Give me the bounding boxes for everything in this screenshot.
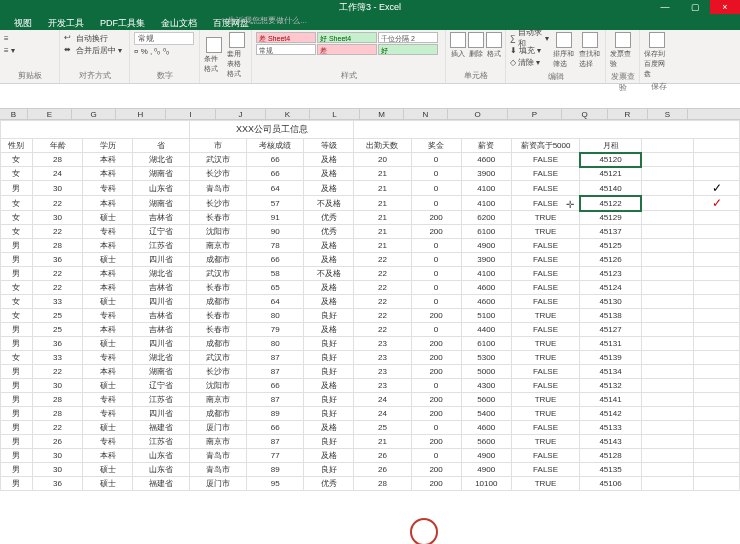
cell[interactable]: 45142 xyxy=(580,407,642,421)
header-cell[interactable]: 薪资 xyxy=(461,139,511,153)
cell[interactable]: 45130 xyxy=(580,295,642,309)
cell[interactable]: 及格 xyxy=(304,295,354,309)
cell[interactable]: 江苏省 xyxy=(133,393,190,407)
col-header[interactable]: O xyxy=(448,109,508,119)
cell[interactable] xyxy=(694,281,740,295)
cell[interactable]: 专科 xyxy=(83,309,133,323)
cell[interactable]: 本科 xyxy=(83,239,133,253)
cell[interactable] xyxy=(694,463,740,477)
cell[interactable]: 45122 xyxy=(580,196,642,211)
cell[interactable]: 湖北省 xyxy=(133,351,190,365)
cell[interactable]: 23 xyxy=(354,379,411,393)
cell[interactable]: 200 xyxy=(411,351,461,365)
cell[interactable]: 21 xyxy=(354,435,411,449)
cell[interactable]: 男 xyxy=(1,393,33,407)
cell[interactable]: 及格 xyxy=(304,153,354,167)
cell[interactable] xyxy=(694,323,740,337)
cell[interactable]: 湖南省 xyxy=(133,365,190,379)
cell[interactable]: 南京市 xyxy=(190,239,247,253)
cell[interactable]: 3900 xyxy=(461,253,511,267)
col-header[interactable]: R xyxy=(608,109,648,119)
cell[interactable] xyxy=(694,365,740,379)
cell[interactable]: 男 xyxy=(1,337,33,351)
style-thousand-sep[interactable]: 千位分隔 2 xyxy=(378,32,438,43)
cell[interactable]: 0 xyxy=(411,167,461,181)
cell-styles-gallery[interactable]: 差 Sheet4 好 Sheet4 千位分隔 2 常规 差 好 xyxy=(256,32,446,55)
cell[interactable] xyxy=(641,365,693,379)
cell[interactable]: 22 xyxy=(32,196,82,211)
style-good[interactable]: 好 xyxy=(378,44,438,55)
cell[interactable]: 10100 xyxy=(461,477,511,491)
cell[interactable]: TRUE xyxy=(511,309,579,323)
style-bad-sheet4[interactable]: 差 Sheet4 xyxy=(256,32,316,43)
cell[interactable] xyxy=(641,167,693,181)
cell[interactable]: 45137 xyxy=(580,225,642,239)
cell[interactable]: 本科 xyxy=(83,153,133,167)
cell[interactable]: 22 xyxy=(354,323,411,337)
cell[interactable]: 200 xyxy=(411,477,461,491)
cell[interactable]: 66 xyxy=(247,421,304,435)
cell[interactable]: 女 xyxy=(1,295,33,309)
align-center[interactable]: ≡ ▾ xyxy=(4,44,55,56)
maximize-button[interactable]: ▢ xyxy=(680,0,710,14)
cell[interactable] xyxy=(641,421,693,435)
header-cell[interactable]: 等级 xyxy=(304,139,354,153)
cell[interactable]: 200 xyxy=(411,463,461,477)
cell[interactable]: 硕士 xyxy=(83,463,133,477)
cell[interactable]: 66 xyxy=(247,167,304,181)
header-cell[interactable]: 出勤天数 xyxy=(354,139,411,153)
cell[interactable]: 南京市 xyxy=(190,435,247,449)
cell[interactable] xyxy=(641,253,693,267)
cell[interactable]: 0 xyxy=(411,421,461,435)
col-header[interactable]: K xyxy=(266,109,310,119)
cell[interactable]: 45106 xyxy=(580,477,642,491)
cell[interactable]: 22 xyxy=(354,309,411,323)
cell[interactable]: 良好 xyxy=(304,463,354,477)
header-cell[interactable]: 考核成绩 xyxy=(247,139,304,153)
cell[interactable]: 4600 xyxy=(461,421,511,435)
cell[interactable]: 58 xyxy=(247,267,304,281)
tab-kingsoft[interactable]: 金山文档 xyxy=(153,14,205,30)
cell[interactable]: 200 xyxy=(411,393,461,407)
header-cell[interactable] xyxy=(694,139,740,153)
cell[interactable]: 200 xyxy=(411,211,461,225)
cell[interactable]: 22 xyxy=(32,421,82,435)
tell-me[interactable]: ♀ 告诉我您想要做什么... xyxy=(220,15,307,26)
cell[interactable]: 64 xyxy=(247,295,304,309)
cell[interactable]: 男 xyxy=(1,253,33,267)
cell[interactable]: 200 xyxy=(411,309,461,323)
invoice-check[interactable]: 发票查验 xyxy=(610,32,636,69)
cell[interactable]: 硕士 xyxy=(83,211,133,225)
header-cell[interactable]: 省 xyxy=(133,139,190,153)
cell[interactable]: 45133 xyxy=(580,421,642,435)
cell[interactable]: 成都市 xyxy=(190,337,247,351)
cell[interactable]: 良好 xyxy=(304,393,354,407)
cell[interactable]: 良好 xyxy=(304,337,354,351)
cell[interactable]: 优秀 xyxy=(304,225,354,239)
cell[interactable]: 女 xyxy=(1,225,33,239)
cell[interactable]: 硕士 xyxy=(83,337,133,351)
cell[interactable] xyxy=(694,351,740,365)
cell[interactable] xyxy=(694,267,740,281)
cell[interactable]: 山东省 xyxy=(133,449,190,463)
col-header[interactable]: N xyxy=(404,109,448,119)
cell[interactable]: 22 xyxy=(354,253,411,267)
cell[interactable]: FALSE xyxy=(511,153,579,167)
cell[interactable]: 21 xyxy=(354,225,411,239)
cell[interactable]: 4900 xyxy=(461,449,511,463)
style-bad[interactable]: 差 xyxy=(317,44,377,55)
header-cell[interactable]: 薪资高于5000 xyxy=(511,139,579,153)
cell[interactable]: 及格 xyxy=(304,449,354,463)
cell[interactable]: 0 xyxy=(411,253,461,267)
cell[interactable] xyxy=(641,393,693,407)
tab-view[interactable]: 视图 xyxy=(6,14,40,30)
col-header[interactable]: P xyxy=(508,109,562,119)
sort-filter[interactable]: 排序和筛选 xyxy=(553,32,575,69)
cell[interactable]: 男 xyxy=(1,379,33,393)
cell[interactable] xyxy=(641,337,693,351)
cell[interactable] xyxy=(694,421,740,435)
cell[interactable]: 长春市 xyxy=(190,281,247,295)
cell[interactable]: ✓ xyxy=(694,196,740,211)
cell[interactable]: 200 xyxy=(411,435,461,449)
cell[interactable]: TRUE xyxy=(511,477,579,491)
